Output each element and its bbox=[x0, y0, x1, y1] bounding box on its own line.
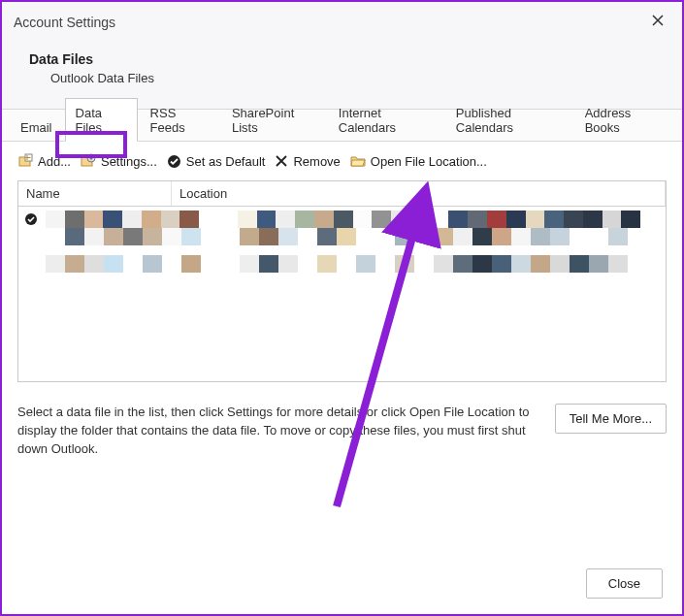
remove-icon bbox=[275, 154, 288, 168]
open-file-location-label: Open File Location... bbox=[371, 154, 487, 169]
check-circle-icon bbox=[167, 154, 181, 169]
window-title: Account Settings bbox=[14, 15, 115, 30]
page-title: Data Files bbox=[29, 51, 663, 67]
page-subtitle: Outlook Data Files bbox=[29, 67, 663, 85]
set-default-button[interactable]: Set as Default bbox=[167, 154, 266, 169]
settings-icon bbox=[81, 153, 96, 169]
description-text: Select a data file in the list, then cli… bbox=[17, 404, 543, 459]
close-icon[interactable] bbox=[645, 10, 670, 34]
close-button[interactable]: Close bbox=[586, 568, 663, 599]
tab-data-files[interactable]: Data Files bbox=[65, 98, 138, 142]
redacted-rows bbox=[46, 211, 660, 273]
add-label: Add... bbox=[38, 154, 71, 169]
remove-button[interactable]: Remove bbox=[275, 154, 340, 169]
open-file-location-button[interactable]: Open File Location... bbox=[350, 154, 487, 169]
table-row[interactable] bbox=[46, 228, 660, 245]
tab-address-books[interactable]: Address Books bbox=[574, 98, 672, 142]
tabstrip: Email Data Files RSS Feeds SharePoint Li… bbox=[2, 109, 682, 142]
set-default-label: Set as Default bbox=[186, 154, 266, 169]
settings-label: Settings... bbox=[101, 154, 157, 169]
column-location[interactable]: Location bbox=[172, 181, 666, 206]
settings-button[interactable]: Settings... bbox=[81, 153, 157, 169]
add-button[interactable]: Add... bbox=[17, 153, 71, 169]
tab-sharepoint-lists[interactable]: SharePoint Lists bbox=[221, 98, 326, 142]
svg-point-4 bbox=[89, 157, 92, 160]
toolbar: Add... Settings... Set as Default Remove… bbox=[2, 142, 682, 180]
default-indicator-icon bbox=[24, 212, 38, 229]
data-files-table: Name Location bbox=[17, 180, 667, 382]
add-icon bbox=[17, 153, 33, 169]
tab-email[interactable]: Email bbox=[10, 113, 63, 142]
table-row[interactable] bbox=[46, 255, 660, 273]
folder-open-icon bbox=[350, 154, 366, 168]
tab-rss-feeds[interactable]: RSS Feeds bbox=[140, 98, 219, 142]
tell-me-more-button[interactable]: Tell Me More... bbox=[555, 404, 667, 434]
table-row[interactable] bbox=[46, 211, 660, 228]
tab-internet-calendars[interactable]: Internet Calendars bbox=[328, 98, 443, 142]
table-header: Name Location bbox=[18, 181, 666, 207]
tab-published-calendars[interactable]: Published Calendars bbox=[445, 98, 572, 142]
column-name[interactable]: Name bbox=[18, 181, 172, 206]
remove-label: Remove bbox=[293, 154, 340, 169]
